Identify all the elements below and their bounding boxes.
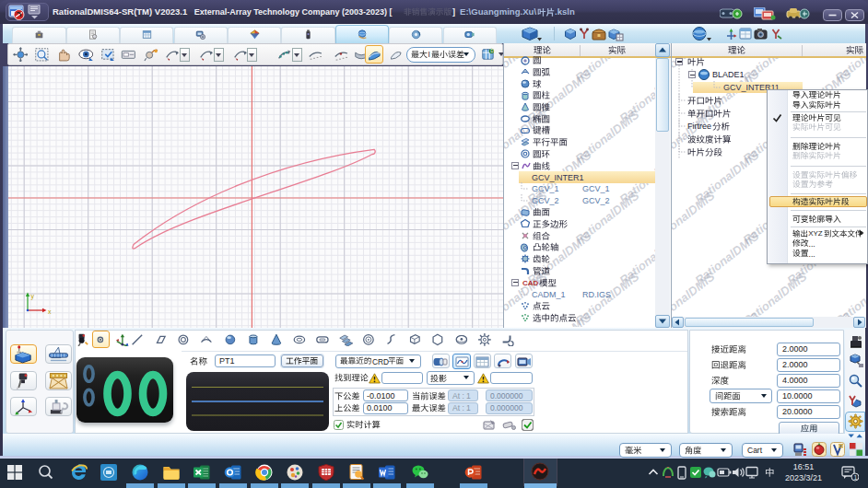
svg-text:y: y — [31, 293, 35, 300]
svg-text:x: x — [48, 308, 52, 315]
svg-text:1: 1 — [854, 474, 858, 481]
